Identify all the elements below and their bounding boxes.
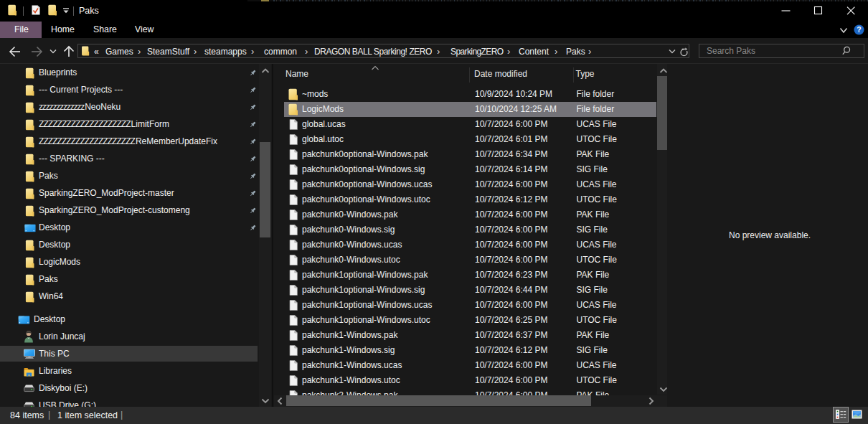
svg-text:?: ? [857, 25, 861, 34]
